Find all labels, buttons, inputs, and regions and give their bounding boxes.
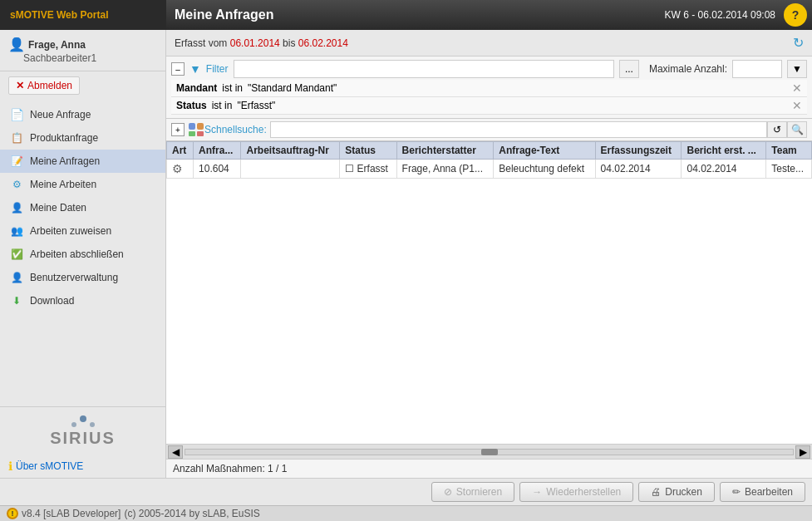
bottom-action-bar: ⊘ Stornieren → Wiederherstellen 🖨 Drucke… [0,478,812,505]
filter-dots-button[interactable]: ... [619,60,639,78]
doc-plus-icon: 📄 [8,107,25,122]
brand: sMOTIVE Web Portal [0,0,166,30]
col-team: Team [766,142,812,160]
col-arbeitsauftrag: Arbeitsauftrag-Nr [241,142,340,160]
sidebar-item-arbeiten-zuweisen[interactable]: 👥 Arbeiten zuweisen [0,219,165,243]
table-container[interactable]: Art Anfra... Arbeitsauftrag-Nr Status Be… [166,141,812,444]
version-text: v8.4 [sLAB Developer] [22,508,121,519]
filter-input[interactable] [234,60,614,78]
cell-status: ☐ Erfasst [340,160,396,179]
horizontal-scrollbar[interactable]: ◀ ▶ [166,444,812,459]
filter-row: – ▼ Filter ... Maximale Anzahl: ▼ [171,60,807,78]
col-anfra: Anfra... [194,142,241,160]
sidebar-item-label: Meine Daten [30,202,86,214]
about-link[interactable]: ℹ Über sMOTIVE [8,460,157,473]
logout-button[interactable]: ✕ Abmelden [8,76,80,95]
mandant-remove-button[interactable]: ✕ [792,81,802,95]
status-field: Status [176,100,207,111]
sidebar-item-meine-daten[interactable]: 👤 Meine Daten [0,196,165,219]
sidebar-item-produktanfrage[interactable]: 📋 Produktanfrage [0,126,165,150]
filter-collapse-button[interactable]: – [171,62,185,76]
max-input[interactable] [732,60,782,78]
sirius-logo-area: SIRIUS [0,406,165,456]
cell-arbeitsauftrag [241,160,340,179]
scroll-track[interactable] [185,449,794,455]
table-row[interactable]: ⚙ 10.604 ☐ Erfasst Frage, Anna (P1... Be… [167,160,812,179]
cell-anfrage-text: Beleuchtung defekt [494,160,595,179]
wiederherstellen-button[interactable]: → Wiederherstellen [519,482,633,502]
reset-icon: ↺ [773,124,781,135]
content-header: Erfasst vom 06.01.2014 bis 06.02.2014 ↻ [166,30,812,57]
date-to[interactable]: 06.02.2014 [298,37,348,49]
filter-text: Filter [206,63,229,75]
date-from[interactable]: 06.01.2014 [230,37,280,49]
sidebar-item-meine-anfragen[interactable]: 📝 Meine Anfragen [0,150,165,173]
status-doc-icon: ☐ [345,163,354,174]
filter-funnel-icon: ▼ [189,62,201,76]
download-icon: ⬇ [8,293,25,308]
max-label: Maximale Anzahl: [649,63,727,75]
col-bericht-erst: Bericht erst. ... [682,142,766,160]
date-range: Erfasst vom 06.01.2014 bis 06.02.2014 [175,37,348,49]
content-area: Erfasst vom 06.01.2014 bis 06.02.2014 ↻ … [166,30,812,478]
scroll-right-button[interactable]: ▶ [795,445,810,459]
sirius-text: SIRIUS [8,429,157,448]
scroll-thumb[interactable] [481,449,498,455]
bearbeiten-icon: ✏ [732,486,741,498]
about-label: Über sMOTIVE [16,460,83,472]
sidebar: 👤 Frage, Anna Sachbearbeiter1 ✕ Abmelden… [0,30,166,478]
qs-icon [188,121,204,138]
svg-rect-0 [189,123,195,130]
stornieren-icon: ⊘ [444,486,452,498]
scroll-left-button[interactable]: ◀ [168,445,183,459]
qs-reset-button[interactable]: ↺ [767,121,787,138]
col-erfassungszeit: Erfassungszeit [595,142,682,160]
filter-condition-mandant: Mandant ist in "Standard Mandant" ✕ [171,80,807,97]
bearbeiten-label: Bearbeiten [745,486,793,498]
sidebar-item-benutzerverwaltung[interactable]: 👤 Benutzerverwaltung [0,266,165,289]
brand-smotive: sMOTIVE Web Portal [10,9,108,21]
filter-bar: – ▼ Filter ... Maximale Anzahl: ▼ Mandan… [166,57,812,119]
filter-apply-button[interactable]: ▼ [787,60,807,78]
date-prefix: Erfasst vom [175,37,227,49]
assign-work-icon: 👥 [8,224,25,238]
status-bar: Anzahl Maßnahmen: 1 / 1 [166,459,812,478]
refresh-icon[interactable]: ↻ [793,35,804,51]
cell-erfassungszeit: 04.02.2014 [595,160,682,179]
bearbeiten-button[interactable]: ✏ Bearbeiten [720,482,805,502]
sidebar-item-label: Produktanfrage [30,132,98,144]
qs-search-button[interactable]: 🔍 [787,121,807,138]
qs-input[interactable] [270,121,767,138]
mandant-value: "Standard Mandant" [248,82,337,94]
main-layout: 👤 Frage, Anna Sachbearbeiter1 ✕ Abmelden… [0,30,812,478]
version-icon: ! [7,508,18,519]
drucken-icon: 🖨 [651,486,661,498]
filter-condition-status: Status ist in "Erfasst" ✕ [171,97,807,115]
my-data-icon: 👤 [8,200,25,215]
dot2 [80,415,86,422]
sidebar-item-arbeiten-abschliessen[interactable]: ✅ Arbeiten abschließen [0,243,165,266]
stornieren-button[interactable]: ⊘ Stornieren [431,482,514,502]
qs-label[interactable]: Schnellsuche: [204,124,267,135]
user-info: 👤 Frage, Anna Sachbearbeiter1 [0,30,165,71]
header: sMOTIVE Web Portal Meine Anfragen KW 6 -… [0,0,812,30]
table-header-row: Art Anfra... Arbeitsauftrag-Nr Status Be… [167,142,812,160]
filter-label[interactable]: Filter [206,63,229,75]
logout-section: ✕ Abmelden [8,76,157,95]
svg-rect-2 [189,131,195,136]
help-button[interactable]: ? [784,3,807,27]
col-status: Status [340,142,396,160]
drucken-button[interactable]: 🖨 Drucken [638,482,715,502]
wiederherstellen-label: Wiederherstellen [546,486,621,498]
date-separator: bis [283,37,295,49]
page-title: Meine Anfragen [166,7,665,22]
user-role: Sachbearbeiter1 [8,52,157,64]
col-berichterstatter: Berichterstatter [396,142,494,160]
sidebar-item-neue-anfrage[interactable]: 📄 Neue Anfrage [0,103,165,126]
user-icon: 👤 [8,37,25,52]
qs-collapse-button[interactable]: + [171,123,185,136]
sidebar-item-meine-arbeiten[interactable]: ⚙ Meine Arbeiten [0,173,165,196]
sidebar-item-download[interactable]: ⬇ Download [0,289,165,312]
sidebar-item-label: Arbeiten zuweisen [30,225,111,237]
status-remove-button[interactable]: ✕ [792,99,802,112]
